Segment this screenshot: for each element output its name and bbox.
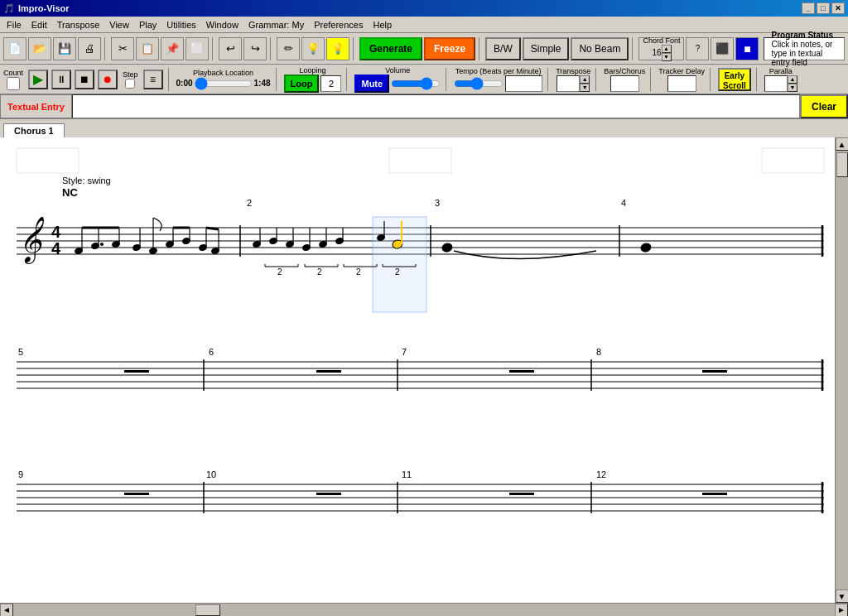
redo-button[interactable]: ↪ bbox=[243, 37, 267, 60]
record-button[interactable]: ⏺ bbox=[98, 70, 118, 89]
svg-rect-94 bbox=[702, 370, 727, 373]
menu-grammar[interactable]: Grammar: My bbox=[243, 18, 309, 31]
svg-point-25 bbox=[100, 243, 104, 246]
chord-font-up[interactable]: ▲ bbox=[662, 45, 672, 53]
early-scroll-button[interactable]: EarlyScroll bbox=[718, 68, 751, 91]
svg-text:2: 2 bbox=[317, 267, 322, 277]
loop-button[interactable]: Loop bbox=[284, 75, 320, 93]
pencil-button[interactable]: ✏ bbox=[277, 37, 300, 60]
play-button[interactable]: ▶ bbox=[28, 70, 48, 89]
screen-button[interactable]: ■ bbox=[735, 37, 759, 60]
bars-chorus-label: Bars/Chorus bbox=[604, 67, 645, 75]
mixer-button[interactable]: ≡ bbox=[143, 70, 163, 89]
undo-button[interactable]: ↩ bbox=[219, 37, 242, 60]
generate-button[interactable]: Generate bbox=[359, 37, 422, 60]
transpose-value[interactable]: 0 bbox=[556, 75, 580, 92]
separator3 bbox=[270, 37, 273, 60]
open-button[interactable]: 📂 bbox=[28, 37, 51, 60]
score-svg: Style: swing NC 2 3 4 𝄞 4 4 bbox=[0, 137, 835, 603]
svg-text:10: 10 bbox=[206, 469, 216, 479]
clear-button[interactable]: Clear bbox=[800, 94, 848, 118]
parallel-value[interactable]: 0 bbox=[764, 75, 788, 92]
parallel-up[interactable]: ▲ bbox=[788, 75, 797, 84]
bulb-button[interactable]: 💡 bbox=[301, 37, 325, 60]
separator6 bbox=[632, 37, 635, 60]
svg-rect-1 bbox=[17, 148, 79, 173]
minimize-button[interactable]: _ bbox=[802, 2, 815, 14]
svg-text:2: 2 bbox=[356, 267, 361, 277]
score-area[interactable]: Style: swing NC 2 3 4 𝄞 4 4 bbox=[0, 137, 835, 603]
count-checkbox[interactable] bbox=[7, 77, 20, 90]
svg-rect-3 bbox=[762, 148, 824, 173]
paste-button[interactable]: 📌 bbox=[161, 37, 184, 60]
pause-button[interactable]: ⏸ bbox=[51, 70, 71, 89]
parallel-down[interactable]: ▼ bbox=[788, 84, 797, 92]
blank-button[interactable]: ⬜ bbox=[186, 37, 209, 60]
tempo-value[interactable]: 160.0 bbox=[505, 75, 542, 92]
svg-text:4: 4 bbox=[51, 239, 61, 257]
separator-t2-9 bbox=[756, 68, 759, 91]
print-button[interactable]: 🖨 bbox=[78, 37, 101, 60]
transpose-group: Transpose 0 ▲ ▼ bbox=[556, 67, 590, 92]
svg-rect-108 bbox=[124, 493, 149, 495]
something-button[interactable]: ? bbox=[686, 37, 709, 60]
loop-value[interactable] bbox=[320, 75, 341, 92]
playback-slider[interactable] bbox=[195, 77, 253, 90]
another-button[interactable]: ⬛ bbox=[711, 37, 734, 60]
scroll-thumb-v[interactable] bbox=[836, 152, 848, 177]
scroll-thumb-h[interactable] bbox=[195, 604, 220, 616]
transpose-up[interactable]: ▲ bbox=[580, 75, 590, 84]
transpose-down[interactable]: ▼ bbox=[580, 84, 590, 92]
svg-text:4: 4 bbox=[51, 223, 61, 241]
menu-transpose[interactable]: Transpose bbox=[52, 18, 105, 31]
chord-font-down[interactable]: ▼ bbox=[662, 53, 672, 61]
volume-slider[interactable] bbox=[391, 77, 441, 90]
menu-view[interactable]: View bbox=[104, 18, 134, 31]
bars-chorus-value[interactable]: 72 bbox=[610, 75, 639, 92]
bulb2-button[interactable]: 💡 bbox=[326, 37, 349, 60]
menu-play[interactable]: Play bbox=[134, 18, 161, 31]
textual-entry-input[interactable] bbox=[72, 94, 800, 118]
playback-group: Playback Location 0:00 1:48 bbox=[176, 69, 271, 90]
tracker-delay-value[interactable]: 0 bbox=[667, 75, 696, 92]
menu-edit[interactable]: Edit bbox=[26, 18, 52, 31]
menu-help[interactable]: Help bbox=[368, 18, 397, 31]
stop-button[interactable]: ⏹ bbox=[75, 70, 94, 89]
textual-entry-bar: Textual Entry Clear bbox=[0, 94, 848, 119]
scroll-left-button[interactable]: ◄ bbox=[0, 604, 13, 617]
scroll-down-button[interactable]: ▼ bbox=[836, 590, 849, 603]
vertical-scrollbar[interactable]: ▲ ▼ bbox=[835, 137, 848, 603]
cut-button[interactable]: ✂ bbox=[111, 37, 134, 60]
tabs-bar: Chorus 1 bbox=[0, 119, 848, 137]
svg-rect-2 bbox=[389, 148, 451, 173]
tempo-slider[interactable] bbox=[454, 77, 504, 90]
separator-t2-2 bbox=[276, 68, 279, 91]
scroll-up-button[interactable]: ▲ bbox=[836, 137, 849, 151]
save-button[interactable]: 💾 bbox=[53, 37, 76, 60]
svg-text:11: 11 bbox=[402, 469, 412, 479]
copy-button[interactable]: 📋 bbox=[136, 37, 159, 60]
close-button[interactable]: ✕ bbox=[831, 2, 845, 14]
simple-button[interactable]: Simple bbox=[523, 37, 570, 60]
horizontal-scrollbar[interactable]: ◄ ► bbox=[0, 603, 848, 616]
nobeam-button[interactable]: No Beam bbox=[571, 37, 629, 60]
step-checkbox[interactable] bbox=[125, 79, 135, 89]
scroll-track-h[interactable] bbox=[13, 604, 835, 617]
mute-button[interactable]: Mute bbox=[354, 75, 389, 93]
new-button[interactable]: 📄 bbox=[3, 37, 26, 60]
separator-t2-3 bbox=[346, 68, 349, 91]
freeze-button[interactable]: Freeze bbox=[424, 37, 475, 60]
menu-utilities[interactable]: Utilities bbox=[161, 18, 200, 31]
separator-t2-5 bbox=[547, 68, 551, 91]
menu-preferences[interactable]: Preferences bbox=[309, 18, 368, 31]
separator2 bbox=[212, 37, 215, 60]
scroll-track-v[interactable] bbox=[836, 151, 849, 590]
menu-window[interactable]: Window bbox=[201, 18, 243, 31]
bw-button[interactable]: B/W bbox=[485, 37, 521, 60]
menu-file[interactable]: File bbox=[2, 18, 26, 31]
tab-chorus1[interactable]: Chorus 1 bbox=[3, 123, 65, 137]
bars-chorus-group: Bars/Chorus 72 bbox=[604, 67, 645, 92]
scroll-right-button[interactable]: ► bbox=[835, 604, 848, 617]
maximize-button[interactable]: □ bbox=[817, 2, 830, 14]
textual-entry-label: Textual Entry bbox=[0, 94, 72, 118]
